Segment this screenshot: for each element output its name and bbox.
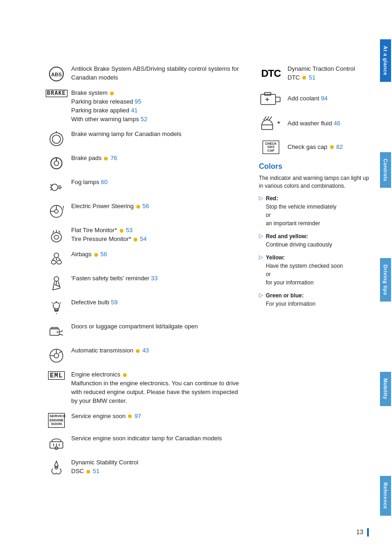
color-red-yellow-text: Red and yellow: Continue driving cautiou… [266,232,332,249]
svg-text:ABS: ABS [51,72,61,77]
svg-point-50 [54,353,59,358]
svg-line-26 [52,258,55,260]
colors-intro: The indicator and warning lamps can ligh… [259,174,370,190]
svg-rect-45 [51,327,58,329]
fog-lamps-icon [46,178,67,196]
svg-point-21 [54,235,59,239]
svg-line-41 [52,302,53,303]
svg-line-33 [58,281,60,288]
abs-entry: ABS Antilock Brake System ABS/Driving st… [46,65,245,82]
defective-bulb-icon [46,298,67,316]
svg-point-31 [54,277,59,281]
defective-bulb-text: Defective bulb 59 [71,298,245,307]
service-engine-cdn-text: Service engine soon indicator lamp for C… [71,434,245,443]
page-number-bar [367,528,369,536]
svg-point-3 [52,135,61,143]
svg-line-46 [59,331,63,332]
seatbelt-icon [46,274,67,292]
brake-entry: BRAKE Brake system Parking brake release… [46,89,245,123]
sidebar: At a glance Controls Driving tips Mobili… [379,0,392,555]
sidebar-tab-reference[interactable]: Reference [380,476,391,516]
abs-icon: ABS [46,65,67,82]
auto-trans-entry: Automatic transmission 43 [46,346,245,364]
sidebar-tabs: At a glance Controls Driving tips Mobili… [380,0,391,555]
svg-point-6 [54,161,59,166]
color-green-blue: ▷ Green or blue: For your information [259,291,370,308]
svg-line-69 [269,117,272,120]
svg-rect-60 [264,92,271,95]
fog-lamps-text: Fog lamps 60 [71,178,245,187]
service-engine-cdn-icon [46,434,67,452]
dtc-text: Dynamic Traction Control DTC 51 [288,65,370,82]
page-number: 13 [356,528,369,536]
svg-line-42 [60,302,61,303]
colors-title: Colors [259,162,370,171]
airbags-text: Airbags 56 [71,250,245,259]
svg-point-8 [51,184,58,191]
fog-lamps-entry: Fog lamps 60 [46,178,245,196]
doors-entry: Doors or luggage compartment lid/tailgat… [46,322,245,340]
eml-icon: EML [46,370,67,380]
color-green-blue-text: Green or blue: For your information [266,291,315,308]
tire-entry: Flat Tire Monitor* 53 Tire Pressure Moni… [46,226,245,244]
brake-warning-icon [46,130,67,148]
engine-elec-text: Engine electronics Malfunction in the en… [71,370,245,405]
dtc-entry: DTC Dynamic Traction Control DTC 51 [259,65,370,82]
svg-line-32 [53,281,55,290]
svg-text:!: ! [62,205,64,210]
sidebar-tab-controls[interactable]: Controls [380,152,391,188]
service-engine-cdn-entry: Service engine soon indicator lamp for C… [46,434,245,452]
arrow-green-blue-icon: ▷ [259,292,263,298]
svg-point-16 [55,210,58,213]
colors-section: Colors The indicator and warning lamps c… [259,162,370,308]
check-gas-icon: CHECKGAS CAP [259,141,283,154]
right-column: DTC Dynamic Traction Control DTC 51 [259,65,370,536]
svg-point-20 [51,233,61,242]
svg-point-2 [50,133,63,146]
abs-text: Antilock Brake System ABS/Driving stabil… [71,65,245,82]
service-engine-icon: SERVICEENGINESOON [46,412,67,428]
eps-icon: ! [46,202,67,220]
svg-line-47 [59,334,63,335]
check-gas-text: Check gas cap 82 [288,143,370,152]
brake-warning-text: Brake warning lamp for Canadian models [71,130,245,139]
svg-rect-39 [55,310,58,311]
color-red: ▷ Red: Stop the vehicle immediately or a… [259,194,370,228]
airbags-entry: Airbags 56 [46,250,245,268]
service-engine-text: Service engine soon 97 [71,412,245,421]
check-gas-entry: CHECKGAS CAP Check gas cap 82 [259,141,370,154]
eps-entry: ! Electric Power Steering 56 [46,202,245,220]
svg-point-37 [53,302,60,309]
tire-text: Flat Tire Monitor* 53 Tire Pressure Moni… [71,226,245,244]
brake-pads-text: Brake pads 76 [71,154,245,163]
add-coolant-icon [259,91,283,107]
svg-point-48 [57,332,58,333]
seatbelt-entry: 'Fasten safety belts' reminder 33 [46,274,245,292]
brake-pads-entry: Brake pads 76 [46,154,245,172]
sidebar-tab-at-a-glance[interactable]: At a glance [380,39,391,82]
svg-line-27 [58,258,61,260]
auto-trans-icon [46,346,67,364]
add-washer-entry: Add washer fluid 46 [259,116,370,132]
add-washer-icon [259,116,283,132]
tire-icon [46,226,67,244]
airbags-icon [46,250,67,268]
add-coolant-text: Add coolant 94 [288,94,370,103]
svg-point-29 [51,260,56,264]
color-yellow: ▷ Yellow: Have the system checked soon o… [259,253,370,287]
brake-text: Brake system Parking brake released 95 P… [71,89,245,123]
brake-pads-icon [46,154,67,172]
svg-rect-66 [262,125,273,130]
add-washer-text: Add washer fluid 46 [288,119,370,128]
brake-icon: BRAKE [46,89,67,97]
doors-text: Doors or luggage compartment lid/tailgat… [71,322,245,331]
doors-icon [46,322,67,340]
color-red-yellow: ▷ Red and yellow: Continue driving cauti… [259,232,370,249]
arrow-yellow-icon: ▷ [259,254,263,260]
sidebar-tab-driving-tips[interactable]: Driving tips [380,258,391,302]
arrow-red-yellow-icon: ▷ [259,233,263,239]
svg-line-23 [59,231,60,233]
sidebar-tab-mobility[interactable]: Mobility [380,372,391,406]
svg-line-22 [53,231,54,233]
svg-line-35 [53,288,60,290]
